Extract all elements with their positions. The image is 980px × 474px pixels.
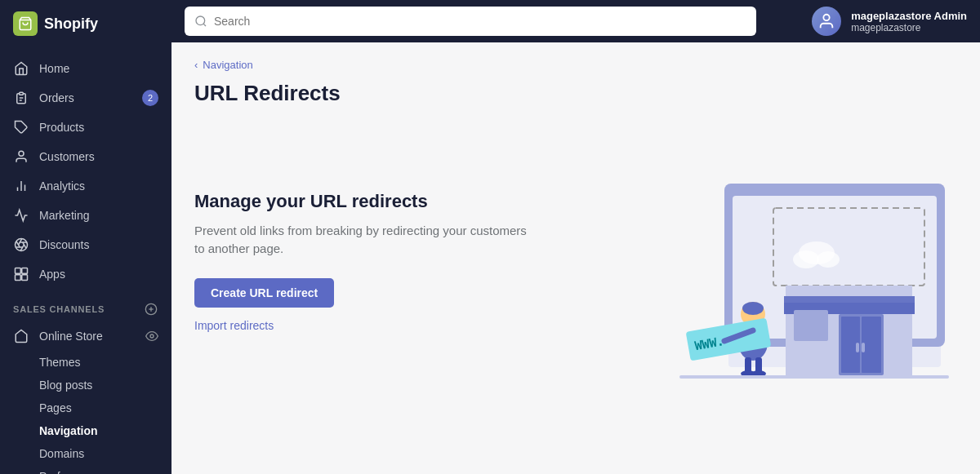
user-info: mageplazastore Admin mageplazastore [851, 10, 967, 33]
svg-rect-45 [794, 310, 828, 341]
content: ‹ Navigation URL Redirects Manage your U… [172, 42, 980, 474]
page-title: URL Redirects [194, 81, 957, 106]
sidebar-item-orders[interactable]: Orders 2 [0, 83, 172, 113]
svg-rect-41 [856, 343, 859, 352]
search-input[interactable] [214, 15, 746, 28]
sidebar-item-label: Analytics [39, 179, 85, 193]
svg-point-30 [196, 16, 205, 25]
sidebar-item-analytics[interactable]: Analytics [0, 171, 172, 201]
svg-point-48 [742, 302, 764, 315]
sidebar-sub-navigation[interactable]: Navigation [0, 419, 172, 442]
sidebar-item-online-store[interactable]: Online Store [0, 321, 172, 351]
content-heading: Manage your URL redirects [194, 191, 537, 212]
back-arrow-icon: ‹ [194, 59, 198, 71]
breadcrumb-link[interactable]: Navigation [203, 59, 252, 71]
avatar-image [812, 7, 841, 36]
breadcrumb[interactable]: ‹ Navigation [194, 59, 957, 71]
svg-point-32 [823, 15, 829, 20]
online-store-label: Online Store [39, 330, 103, 343]
sidebar-item-label: Apps [39, 268, 65, 281]
svg-rect-19 [22, 275, 28, 281]
main-area: mageplazastore Admin mageplazastore ‹ Na… [172, 0, 980, 474]
search-bar[interactable] [185, 7, 756, 36]
svg-rect-59 [679, 375, 949, 379]
content-body: Manage your URL redirects Prevent old li… [194, 139, 957, 383]
sidebar-item-products[interactable]: Products [0, 113, 172, 142]
svg-point-5 [19, 151, 24, 156]
topbar: mageplazastore Admin mageplazastore [172, 0, 980, 42]
apps-icon [13, 266, 29, 282]
svg-point-23 [150, 334, 154, 338]
sidebar-item-home[interactable]: Home [0, 54, 172, 83]
sidebar-logo[interactable]: Shopify [0, 0, 172, 47]
create-redirect-button[interactable]: Create URL redirect [194, 278, 334, 308]
svg-rect-44 [784, 296, 915, 303]
sidebar: Shopify Home Orders 2 [0, 0, 172, 474]
content-description: Prevent old links from breaking by redir… [194, 222, 537, 259]
sidebar-item-label: Orders [39, 91, 74, 104]
sidebar-item-label: Customers [39, 150, 95, 163]
orders-badge: 2 [142, 90, 158, 106]
analytics-icon [13, 178, 29, 194]
sidebar-item-marketing[interactable]: Marketing [0, 201, 172, 230]
discounts-icon [13, 237, 29, 253]
shopify-bag-icon [13, 11, 38, 36]
sidebar-sub-domains[interactable]: Domains [0, 442, 172, 465]
user-name: mageplazastore Admin [851, 10, 967, 22]
sidebar-item-label: Discounts [39, 238, 89, 251]
sidebar-item-label: Marketing [39, 209, 89, 222]
add-channel-icon[interactable] [144, 302, 158, 317]
sidebar-sub-preferences[interactable]: Preferences [0, 465, 172, 474]
eye-icon[interactable] [145, 330, 158, 343]
svg-point-57 [793, 250, 819, 268]
products-icon [13, 119, 29, 135]
content-left: Manage your URL redirects Prevent old li… [194, 191, 537, 332]
sidebar-sub-themes[interactable]: Themes [0, 351, 172, 374]
marketing-icon [13, 207, 29, 224]
svg-rect-17 [22, 268, 28, 274]
home-icon [13, 60, 29, 77]
sidebar-item-apps[interactable]: Apps [0, 259, 172, 289]
user-store: mageplazastore [851, 22, 967, 33]
svg-rect-42 [862, 343, 865, 352]
sidebar-item-label: Home [39, 62, 69, 75]
topbar-right: mageplazastore Admin mageplazastore [812, 7, 967, 36]
url-redirects-illustration: WWW. [598, 139, 957, 383]
sidebar-item-customers[interactable]: Customers [0, 142, 172, 171]
main-nav: Home Orders 2 Products [0, 47, 172, 474]
svg-rect-16 [16, 268, 21, 274]
customers-icon [13, 148, 29, 165]
svg-rect-1 [20, 92, 24, 95]
svg-line-31 [203, 24, 206, 26]
sidebar-item-label: Products [39, 121, 84, 134]
sales-channels-label: SALES CHANNELS [13, 304, 105, 314]
sidebar-item-discounts[interactable]: Discounts [0, 230, 172, 259]
online-store-icon [13, 328, 29, 344]
import-redirects-link[interactable]: Import redirects [194, 319, 537, 332]
sidebar-sub-pages[interactable]: Pages [0, 396, 172, 419]
svg-rect-18 [16, 275, 21, 281]
svg-point-58 [817, 251, 840, 268]
avatar [812, 7, 841, 36]
orders-icon [13, 90, 29, 106]
search-icon [194, 15, 207, 28]
app-name: Shopify [44, 16, 98, 33]
sidebar-sub-blog-posts[interactable]: Blog posts [0, 374, 172, 396]
sales-channels-header: SALES CHANNELS [0, 289, 172, 321]
